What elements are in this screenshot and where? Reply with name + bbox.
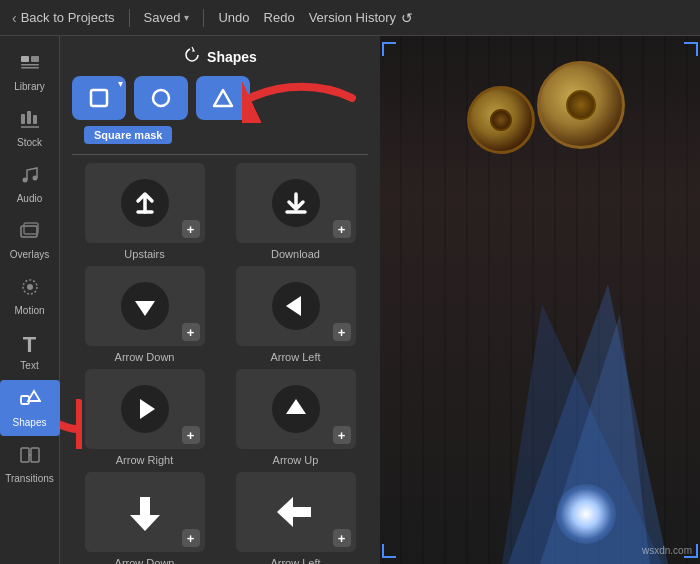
arrow-down-thumb: + — [85, 266, 205, 346]
saved-status[interactable]: Saved ▾ — [144, 10, 190, 25]
sidebar-item-overlays[interactable]: Overlays — [0, 212, 60, 268]
svg-point-19 — [153, 90, 169, 106]
svg-marker-36 — [277, 497, 293, 527]
version-history-label: Version History — [309, 10, 396, 25]
upstairs-label: Upstairs — [124, 248, 164, 260]
version-history-button[interactable]: Version History ↺ — [309, 10, 413, 26]
svg-rect-1 — [31, 56, 39, 62]
selection-corner-tr — [684, 42, 698, 56]
shape-type-selector: ▾ — [60, 76, 380, 126]
shapes-panel: Shapes ▾ — [60, 36, 380, 564]
big-arrow-down-label: Arrow Down — [115, 557, 175, 564]
sidebar-item-audio[interactable]: Audio — [0, 156, 60, 212]
add-icon: + — [333, 529, 351, 547]
overlays-icon — [19, 220, 41, 245]
square-mask-label: Square mask — [84, 126, 172, 144]
shapes-grid: + Upstairs + Download — [60, 163, 380, 564]
shape-item-arrow-left[interactable]: + Arrow Left — [223, 266, 368, 363]
transitions-icon — [19, 444, 41, 469]
shape-item-upstairs[interactable]: + Upstairs — [72, 163, 217, 260]
divider — [129, 9, 130, 27]
text-icon: T — [23, 334, 36, 356]
svg-rect-11 — [24, 223, 38, 234]
audio-label: Audio — [17, 193, 43, 204]
stock-label: Stock — [17, 137, 42, 148]
selection-corner-tl — [382, 42, 396, 56]
transitions-label: Transitions — [5, 473, 54, 484]
sidebar-item-library[interactable]: Library — [0, 44, 60, 100]
svg-point-8 — [22, 178, 27, 183]
stock-icon — [19, 108, 41, 133]
upstairs-thumb: + — [85, 163, 205, 243]
chevron-down-icon: ▾ — [118, 78, 123, 89]
dropdown-arrow-icon: ▾ — [184, 12, 189, 23]
undo-button[interactable]: Undo — [218, 10, 249, 25]
panel-header: Shapes — [60, 36, 380, 76]
history-icon: ↺ — [401, 10, 413, 26]
big-arrow-down-thumb: + — [85, 472, 205, 552]
main-area: Library Stock Audio — [0, 36, 700, 564]
red-arrow-shapes-2 — [60, 399, 82, 453]
redo-button[interactable]: Redo — [264, 10, 295, 25]
shape-item-arrow-down[interactable]: + Arrow Down — [72, 266, 217, 363]
shapes-label: Shapes — [13, 417, 47, 428]
light-source — [556, 484, 616, 544]
shape-item-big-arrow-left[interactable]: + Arrow Left — [223, 472, 368, 564]
arrow-down-label: Arrow Down — [115, 351, 175, 363]
shapes-icon — [19, 388, 41, 413]
panel-title: Shapes — [207, 49, 257, 65]
shape-item-arrow-right[interactable]: + Arrow Right — [72, 369, 217, 466]
sidebar-item-shapes[interactable]: Shapes — [0, 380, 60, 436]
svg-rect-4 — [21, 114, 25, 124]
watermark: wsxdn.com — [642, 545, 692, 556]
svg-rect-5 — [27, 111, 31, 124]
panel-divider — [72, 154, 368, 155]
add-icon: + — [182, 426, 200, 444]
arrow-left-label: Arrow Left — [270, 351, 320, 363]
audio-icon — [19, 164, 41, 189]
svg-point-9 — [32, 176, 37, 181]
back-label: Back to Projects — [21, 10, 115, 25]
sidebar-item-stock[interactable]: Stock — [0, 100, 60, 156]
motion-label: Motion — [14, 305, 44, 316]
chevron-left-icon: ‹ — [12, 10, 17, 26]
big-arrow-left-label: Arrow Left — [270, 557, 320, 564]
shape-item-arrow-up[interactable]: + Arrow Up — [223, 369, 368, 466]
ornament-circle-1 — [537, 61, 625, 149]
sidebar-item-text[interactable]: T Text — [0, 324, 60, 380]
add-icon: + — [182, 220, 200, 238]
arrow-right-label: Arrow Right — [116, 454, 173, 466]
arrow-up-label: Arrow Up — [273, 454, 319, 466]
ornament-circle-2 — [467, 86, 535, 154]
svg-marker-34 — [130, 515, 160, 531]
shape-item-download[interactable]: + Download — [223, 163, 368, 260]
svg-rect-0 — [21, 56, 29, 62]
overlays-label: Overlays — [10, 249, 49, 260]
preview-area: wsxdn.com — [380, 36, 700, 564]
square-shape-button[interactable]: ▾ — [72, 76, 126, 120]
svg-rect-16 — [21, 448, 29, 462]
svg-rect-18 — [91, 90, 107, 106]
divider — [203, 9, 204, 27]
library-label: Library — [14, 81, 45, 92]
add-icon: + — [182, 529, 200, 547]
selected-shape-row: Square mask — [72, 126, 368, 150]
topbar: ‹ Back to Projects Saved ▾ Undo Redo Ver… — [0, 0, 700, 36]
sidebar-item-transitions[interactable]: Transitions — [0, 436, 60, 492]
big-arrow-left-thumb: + — [236, 472, 356, 552]
shape-item-big-arrow-down[interactable]: + Arrow Down — [72, 472, 217, 564]
add-icon: + — [333, 426, 351, 444]
circle-shape-button[interactable] — [134, 76, 188, 120]
arrow-up-thumb: + — [236, 369, 356, 449]
svg-marker-20 — [214, 90, 232, 106]
sidebar-item-motion[interactable]: Motion — [0, 268, 60, 324]
svg-rect-17 — [31, 448, 39, 462]
back-button[interactable]: ‹ Back to Projects — [12, 10, 115, 26]
red-arrow-shapes — [242, 73, 362, 123]
saved-label: Saved — [144, 10, 181, 25]
svg-point-13 — [27, 284, 33, 290]
svg-rect-6 — [33, 115, 37, 124]
download-thumb: + — [236, 163, 356, 243]
add-icon: + — [333, 220, 351, 238]
text-label: Text — [20, 360, 38, 371]
